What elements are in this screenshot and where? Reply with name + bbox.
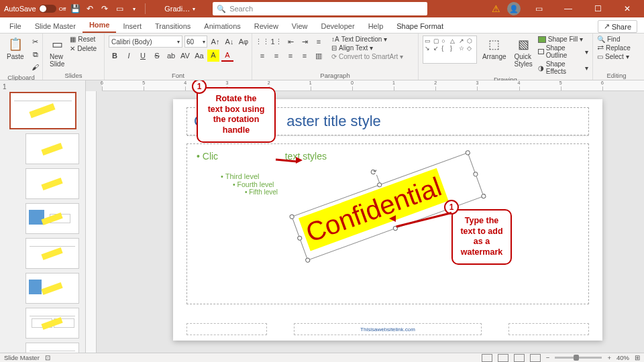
underline-button[interactable]: U	[137, 50, 149, 62]
date-placeholder[interactable]	[186, 323, 267, 335]
layout-thumb[interactable]	[25, 308, 79, 339]
layout-thumb[interactable]	[25, 168, 79, 199]
layout-thumb[interactable]	[25, 203, 79, 234]
copy-icon[interactable]: ⧉	[30, 48, 42, 60]
share-icon: ↗	[604, 22, 610, 31]
arrange-button[interactable]: ⬚Arrange	[480, 36, 509, 62]
delete-button[interactable]: ✕ Delete	[70, 45, 97, 52]
italic-button[interactable]: I	[123, 50, 135, 62]
format-painter-icon[interactable]: 🖌	[30, 61, 42, 73]
shrink-font-button[interactable]: A↓	[223, 36, 235, 48]
layout-thumb[interactable]	[25, 343, 79, 353]
search-input[interactable]: 🔍 Search	[213, 2, 427, 15]
arrange-icon: ⬚	[488, 37, 500, 52]
rotation-handle-icon[interactable]: ⟳	[369, 166, 381, 178]
align-text-button[interactable]: ⊟ Align Text ▾	[331, 44, 403, 52]
align-center-button[interactable]: ≡	[270, 50, 282, 62]
char-spacing-button[interactable]: AV	[179, 50, 191, 62]
delete-icon: ✕	[70, 45, 75, 52]
ribbon-options-icon[interactable]: ▭	[527, 0, 550, 17]
strikethrough-button[interactable]: S	[151, 50, 163, 62]
clear-format-button[interactable]: Aφ	[237, 36, 250, 48]
shadow-button[interactable]: ab	[165, 50, 177, 62]
sorter-view-button[interactable]	[498, 354, 508, 362]
highlight-button[interactable]: A	[207, 50, 219, 62]
grow-font-button[interactable]: A↑	[209, 36, 221, 48]
justify-button[interactable]: ≡	[299, 50, 311, 62]
undo-icon[interactable]: ↶	[85, 3, 95, 14]
tab-transitions[interactable]: Transitions	[148, 19, 197, 33]
zoom-slider[interactable]	[555, 357, 602, 359]
footer-placeholder[interactable]: Thisisawebsitelink.com	[294, 323, 482, 335]
bullets-button[interactable]: ⋮⋮	[256, 36, 268, 48]
layout-thumb[interactable]	[25, 238, 79, 269]
align-right-button[interactable]: ≡	[284, 50, 297, 62]
paste-button[interactable]: 📋 Paste	[4, 36, 27, 62]
search-placeholder: Search	[229, 5, 253, 13]
columns-button[interactable]: ▥	[313, 50, 325, 62]
layout-thumb[interactable]	[25, 273, 79, 304]
horizontal-ruler: 6543210123456	[102, 80, 644, 91]
decrease-indent-button[interactable]: ⇤	[284, 36, 297, 48]
reading-view-button[interactable]	[514, 354, 525, 362]
autosave-toggle[interactable]: AutoSave Off	[4, 5, 66, 13]
replace-button[interactable]: ⮂Replace	[597, 44, 631, 52]
present-icon[interactable]: ▭	[114, 3, 125, 14]
save-icon[interactable]: 💾	[70, 3, 80, 14]
change-case-button[interactable]: Aa	[193, 50, 205, 62]
share-button[interactable]: ↗ Share	[598, 20, 637, 33]
group-editing-label: Editing	[597, 71, 636, 80]
user-avatar[interactable]: 👤	[507, 2, 521, 15]
slideshow-view-button[interactable]	[530, 354, 541, 362]
tab-slide-master[interactable]: Slide Master	[28, 19, 83, 33]
qat-dropdown-icon[interactable]: ▾	[129, 3, 140, 14]
shape-outline-button[interactable]: Shape Outline ▾	[538, 44, 588, 59]
tab-animations[interactable]: Animations	[197, 19, 247, 33]
zoom-out-button[interactable]: −	[546, 354, 550, 361]
find-button[interactable]: 🔍Find	[597, 36, 620, 43]
line-spacing-button[interactable]: ≡	[313, 36, 325, 48]
font-color-button[interactable]: A	[221, 50, 233, 62]
select-button[interactable]: ▭Select ▾	[597, 53, 629, 60]
bold-button[interactable]: B	[109, 50, 121, 62]
normal-view-button[interactable]	[482, 354, 492, 362]
tab-view[interactable]: View	[285, 19, 315, 33]
close-icon[interactable]: ✕	[616, 0, 639, 17]
shapes-gallery[interactable]: ▭▢○△↗⬡ ↘↙{}☆◇	[423, 36, 477, 64]
accessibility-icon[interactable]: ⊡	[45, 354, 50, 361]
tab-help[interactable]: Help	[362, 19, 390, 33]
convert-smartart-button: ⟳ Convert to SmartArt ▾	[331, 53, 403, 60]
new-slide-button[interactable]: ▭ New Slide	[47, 36, 67, 69]
maximize-icon[interactable]: ☐	[586, 0, 609, 17]
slide-master-thumb[interactable]	[9, 92, 76, 129]
tab-review[interactable]: Review	[248, 19, 285, 33]
tab-insert[interactable]: Insert	[116, 19, 148, 33]
redo-icon[interactable]: ↷	[99, 3, 110, 14]
autosave-label: AutoSave	[4, 5, 36, 13]
tab-home[interactable]: Home	[83, 18, 117, 33]
replace-icon: ⮂	[597, 44, 604, 52]
quick-styles-button[interactable]: ▧Quick Styles	[512, 36, 535, 69]
increase-indent-button[interactable]: ⇥	[299, 36, 311, 48]
callout-type: Type the text to add as a watermark	[451, 209, 512, 265]
layout-thumb[interactable]	[25, 133, 79, 164]
zoom-in-button[interactable]: +	[607, 354, 611, 361]
zoom-level[interactable]: 40%	[616, 354, 629, 361]
cut-icon[interactable]: ✂	[30, 36, 42, 48]
numbering-button[interactable]: 1⋮	[270, 36, 282, 48]
font-size-select[interactable]: 60▾	[184, 36, 207, 48]
tab-developer[interactable]: Developer	[315, 19, 362, 33]
tab-file[interactable]: File	[3, 19, 28, 33]
tab-shape-format[interactable]: Shape Format	[390, 19, 450, 33]
minimize-icon[interactable]: —	[557, 0, 580, 17]
group-font-label: Font	[109, 71, 248, 80]
fit-window-button[interactable]: ⊞	[635, 354, 640, 361]
text-direction-button[interactable]: ↕A Text Direction ▾	[331, 36, 403, 43]
shape-fill-button[interactable]: Shape Fill ▾	[538, 36, 588, 43]
slide-number-placeholder[interactable]	[508, 323, 589, 335]
warning-icon[interactable]: ⚠	[492, 3, 500, 14]
font-name-select[interactable]: Calibri (Body)▾	[109, 36, 182, 48]
shape-effects-button[interactable]: ◑ Shape Effects ▾	[538, 60, 588, 75]
align-left-button[interactable]: ≡	[256, 50, 268, 62]
reset-button[interactable]: ▦ Reset	[70, 36, 97, 43]
